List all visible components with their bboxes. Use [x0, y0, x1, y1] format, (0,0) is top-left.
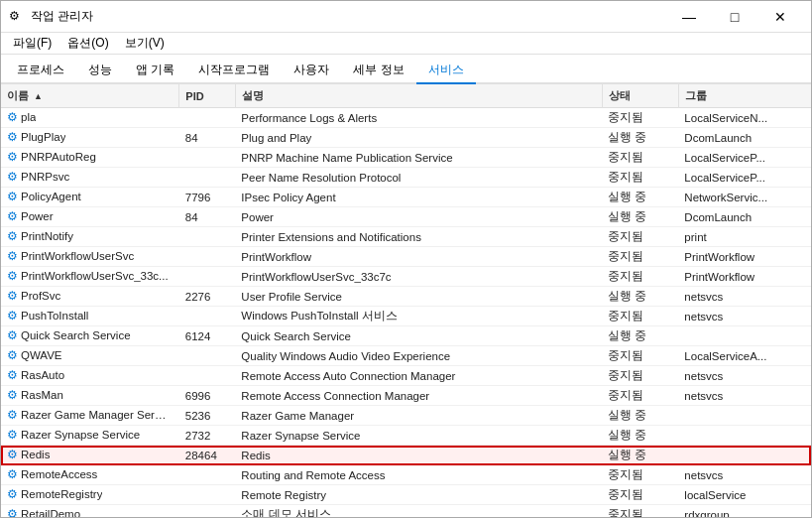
service-group: netsvcs	[678, 386, 811, 406]
menu-options[interactable]: 옵션(O)	[59, 33, 116, 54]
service-group	[678, 426, 811, 446]
service-group: print	[678, 227, 811, 247]
col-header-group[interactable]: 그룹	[678, 84, 811, 108]
services-table: 이름 ▲ PID 설명 상태 그룹 ⚙plaPerformance Logs &…	[1, 84, 811, 517]
service-name: PolicyAgent	[21, 191, 81, 202]
tab-services[interactable]: 서비스	[416, 58, 476, 84]
service-pid: 6124	[179, 326, 236, 346]
table-row[interactable]: ⚙PlugPlay84Plug and Play실행 중DcomLaunch	[1, 128, 811, 148]
table-row[interactable]: ⚙RemoteAccessRouting and Remote Access중지…	[1, 465, 811, 485]
col-header-pid[interactable]: PID	[179, 84, 236, 108]
table-row[interactable]: ⚙QWAVEQuality Windows Audio Video Experi…	[1, 346, 811, 366]
sort-arrow: ▲	[34, 91, 43, 101]
service-status: 중지됨	[602, 485, 678, 505]
service-name-cell: ⚙Razer Game Manager Servi...	[1, 406, 174, 424]
service-name-cell: ⚙PrintWorkflowUserSvc	[1, 247, 174, 265]
tab-startup[interactable]: 시작프로그램	[186, 58, 282, 84]
service-name: PrintWorkflowUserSvc_33c...	[21, 270, 169, 282]
service-status: 실행 중	[602, 188, 678, 207]
service-status: 중지됨	[602, 108, 678, 128]
service-icon: ⚙	[7, 170, 18, 184]
service-name-cell: ⚙QWAVE	[1, 346, 174, 364]
service-name-cell: ⚙ProfSvc	[1, 287, 174, 305]
col-header-name[interactable]: 이름 ▲	[1, 84, 179, 108]
service-desc: Peer Name Resolution Protocol	[235, 168, 602, 188]
maximize-button[interactable]: □	[712, 1, 757, 33]
service-desc: PrintWorkflow	[235, 247, 602, 267]
table-row[interactable]: ⚙Power84Power실행 중DcomLaunch	[1, 207, 811, 227]
service-desc: User Profile Service	[235, 287, 602, 307]
table-row[interactable]: ⚙PrintWorkflowUserSvcPrintWorkflow중지됨Pri…	[1, 247, 811, 267]
table-row[interactable]: ⚙RasMan6996Remote Access Connection Mana…	[1, 386, 811, 406]
service-icon: ⚙	[7, 269, 18, 283]
service-name: PrintWorkflowUserSvc	[21, 250, 134, 262]
table-row[interactable]: ⚙RetailDemo소매 데모 서비스중지됨rdxgroup	[1, 505, 811, 518]
service-pid: 6996	[179, 386, 236, 406]
table-row[interactable]: ⚙plaPerformance Logs & Alerts중지됨LocalSer…	[1, 108, 811, 128]
service-status: 중지됨	[602, 346, 678, 366]
service-status: 중지됨	[602, 366, 678, 386]
service-icon: ⚙	[7, 150, 18, 164]
service-status: 중지됨	[602, 307, 678, 326]
service-pid	[179, 505, 236, 518]
service-name-cell: ⚙Razer Synapse Service	[1, 426, 174, 444]
service-status: 중지됨	[602, 386, 678, 406]
close-button[interactable]: ✕	[757, 1, 803, 33]
service-name: Quick Search Service	[21, 329, 131, 341]
menu-file[interactable]: 파일(F)	[5, 33, 59, 54]
table-row[interactable]: ⚙PolicyAgent7796IPsec Policy Agent실행 중Ne…	[1, 188, 811, 207]
minimize-button[interactable]: —	[666, 1, 712, 33]
service-desc: 소매 데모 서비스	[235, 505, 602, 518]
service-pid	[179, 247, 236, 267]
table-row[interactable]: ⚙PrintWorkflowUserSvc_33c...PrintWorkflo…	[1, 267, 811, 287]
table-row[interactable]: ⚙RasAutoRemote Access Auto Connection Ma…	[1, 366, 811, 386]
table-row[interactable]: ⚙Razer Synapse Service2732Razer Synapse …	[1, 426, 811, 446]
service-name-cell: ⚙PrintNotify	[1, 227, 174, 245]
service-group: NetworkServic...	[678, 188, 811, 207]
service-status: 중지됨	[602, 465, 678, 485]
service-pid: 5236	[179, 406, 236, 426]
table-row[interactable]: ⚙PrintNotifyPrinter Extensions and Notif…	[1, 227, 811, 247]
title-bar: ⚙ 작업 관리자 — □ ✕	[1, 1, 811, 33]
table-row[interactable]: ⚙PushToInstallWindows PushToInstall 서비스중…	[1, 307, 811, 326]
table-row[interactable]: ⚙Quick Search Service6124Quick Search Se…	[1, 326, 811, 346]
table-row[interactable]: ⚙Redis28464Redis실행 중	[1, 446, 811, 465]
col-header-desc[interactable]: 설명	[235, 84, 602, 108]
table-row[interactable]: ⚙ProfSvc2276User Profile Service실행 중nets…	[1, 287, 811, 307]
service-pid: 84	[179, 128, 236, 148]
service-name-cell: ⚙PrintWorkflowUserSvc_33c...	[1, 267, 174, 285]
tab-users[interactable]: 사용자	[282, 58, 341, 84]
service-group: netsvcs	[678, 366, 811, 386]
service-desc: PNRP Machine Name Publication Service	[235, 148, 602, 168]
service-name: PNRPsvc	[21, 171, 69, 183]
tab-performance[interactable]: 성능	[76, 58, 124, 84]
title-controls: — □ ✕	[666, 1, 803, 33]
window-title: 작업 관리자	[31, 8, 93, 25]
tab-app-history[interactable]: 앱 기록	[124, 58, 186, 84]
table-row[interactable]: ⚙PNRPsvcPeer Name Resolution Protocol중지됨…	[1, 168, 811, 188]
service-pid	[179, 307, 236, 326]
tab-processes[interactable]: 프로세스	[5, 58, 76, 84]
service-status: 실행 중	[602, 406, 678, 426]
menu-view[interactable]: 보기(V)	[117, 33, 173, 54]
table-row[interactable]: ⚙Razer Game Manager Servi...5236Razer Ga…	[1, 406, 811, 426]
services-table-container[interactable]: 이름 ▲ PID 설명 상태 그룹 ⚙plaPerformance Logs &…	[1, 84, 811, 517]
service-desc: Plug and Play	[235, 128, 602, 148]
service-name-cell: ⚙Power	[1, 207, 174, 225]
service-name-cell: ⚙pla	[1, 108, 174, 126]
service-status: 실행 중	[602, 326, 678, 346]
service-group: netsvcs	[678, 307, 811, 326]
service-pid	[179, 346, 236, 366]
tab-details[interactable]: 세부 정보	[341, 58, 415, 84]
col-header-status[interactable]: 상태	[602, 84, 678, 108]
table-row[interactable]: ⚙RemoteRegistryRemote Registry중지됨localSe…	[1, 485, 811, 505]
service-pid	[179, 168, 236, 188]
service-pid: 28464	[179, 446, 236, 465]
service-desc: Quality Windows Audio Video Experience	[235, 346, 602, 366]
service-group: LocalServiceP...	[678, 168, 811, 188]
table-row[interactable]: ⚙PNRPAutoRegPNRP Machine Name Publicatio…	[1, 148, 811, 168]
service-desc: Razer Game Manager	[235, 406, 602, 426]
service-group: netsvcs	[678, 465, 811, 485]
service-name-cell: ⚙RetailDemo	[1, 505, 174, 517]
service-pid	[179, 108, 236, 128]
